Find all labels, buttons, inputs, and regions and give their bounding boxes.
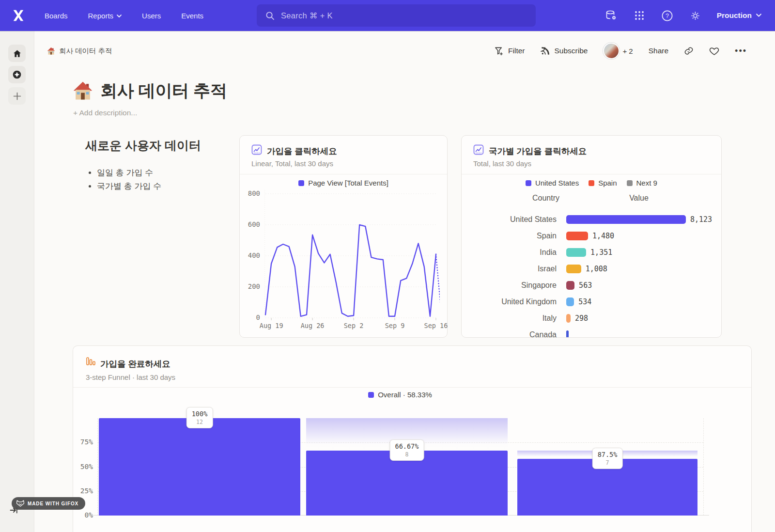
card-title[interactable]: 가입을 완료하세요 <box>100 358 170 370</box>
country-bar[interactable] <box>566 215 686 224</box>
card-title[interactable]: 국가별 가입을 클릭하세요 <box>489 145 587 157</box>
favorite-button[interactable] <box>709 46 719 56</box>
line-chart-icon <box>251 144 262 155</box>
svg-text:?: ? <box>666 12 669 19</box>
legend-swatch <box>627 180 633 186</box>
text-widget[interactable]: 새로운 사용자 데이터 일일 총 가입 수 국가별 총 가입 수 <box>85 138 231 193</box>
filter-label: Filter <box>508 47 525 55</box>
country-bar[interactable] <box>566 297 574 306</box>
conversion-count: 12 <box>192 419 208 425</box>
data-management-icon[interactable] <box>604 9 618 22</box>
settings-icon[interactable] <box>689 9 702 22</box>
legend-label: United States <box>535 179 579 187</box>
column-header-country: Country <box>507 194 585 203</box>
help-icon[interactable]: ? <box>661 9 674 22</box>
country-row[interactable]: Singapore563 <box>473 277 717 294</box>
sidebar-home-button[interactable] <box>8 45 26 62</box>
share-label: Share <box>649 47 668 55</box>
page-title-text: 회사 데이터 추적 <box>100 79 227 102</box>
toolbar-actions: Filter Subscribe + 2 Share <box>495 43 747 59</box>
sidebar-add-button[interactable] <box>8 87 26 105</box>
conversion-pct: 66.67% <box>395 442 419 450</box>
subscribe-label: Subscribe <box>555 47 588 55</box>
legend-item[interactable]: Overall · 58.33% <box>368 391 432 399</box>
nav-boards[interactable]: Boards <box>45 12 68 20</box>
nav-events[interactable]: Events <box>181 12 203 20</box>
question-circle-glyph: ? <box>661 10 673 22</box>
card-title[interactable]: 가입을 클릭하세요 <box>267 145 337 157</box>
text-widget-heading: 새로운 사용자 데이터 <box>85 138 231 154</box>
line-chart-svg <box>264 186 440 327</box>
top-nav: Boards Reports Users Events Search ⌘ + K <box>0 0 775 31</box>
country-name: Canada <box>473 330 557 338</box>
country-row[interactable]: Israel1,008 <box>473 261 717 277</box>
gear-glyph <box>689 10 701 22</box>
legend-item[interactable]: Spain <box>589 179 617 187</box>
legend-item[interactable]: Next 9 <box>627 179 657 187</box>
country-row[interactable]: Italy298 <box>473 310 717 327</box>
nav-events-label: Events <box>181 12 203 20</box>
y-tick-label: 75% <box>74 438 93 446</box>
country-bar[interactable] <box>566 232 588 240</box>
country-name: Israel <box>473 265 557 273</box>
funnel-badge: 100%12 <box>186 407 213 428</box>
country-bar[interactable] <box>566 330 569 338</box>
apps-grid-icon[interactable] <box>633 9 646 22</box>
filter-button[interactable]: Filter <box>495 47 525 56</box>
country-row[interactable]: Spain1,480 <box>473 228 717 244</box>
compass-icon <box>12 70 22 79</box>
breadcrumb-title: 회사 데이터 추적 <box>59 47 112 56</box>
breadcrumb[interactable]: 회사 데이터 추적 <box>47 47 112 56</box>
country-bar[interactable] <box>566 265 581 273</box>
collaborators[interactable]: + 2 <box>603 43 633 59</box>
search-input[interactable]: Search ⌘ + K <box>257 4 536 27</box>
country-row[interactable]: Canada <box>473 327 717 338</box>
country-row[interactable]: United Kingdom534 <box>473 294 717 310</box>
search-icon <box>265 11 275 20</box>
y-tick-label: 400 <box>241 251 260 259</box>
divider <box>462 174 721 174</box>
mixpanel-logo-glyph <box>11 8 26 23</box>
chevron-down-icon <box>756 14 761 17</box>
project-name: Prouction <box>717 11 752 20</box>
add-description-button[interactable]: + Add description... <box>73 109 137 117</box>
country-value: 298 <box>575 314 588 323</box>
nav-reports-label: Reports <box>88 12 114 20</box>
sidebar-explore-button[interactable] <box>8 66 26 83</box>
country-row[interactable]: India1,351 <box>473 244 717 261</box>
funnel-bars-icon <box>86 357 95 366</box>
funnel-bar[interactable] <box>99 418 300 516</box>
country-name: Singapore <box>473 281 557 290</box>
more-menu-button[interactable]: ••• <box>735 46 747 56</box>
conversion-count: 8 <box>395 451 419 458</box>
line-chart-plot[interactable]: Aug 19Aug 26Sep 2Sep 9Sep 16 <box>264 186 440 327</box>
funnel-badge: 66.67%8 <box>390 439 424 461</box>
country-bar[interactable] <box>566 314 571 323</box>
project-selector[interactable]: Prouction <box>717 11 761 20</box>
funnel-legend: Overall · 58.33% <box>97 391 703 399</box>
board-toolbar: 회사 데이터 추적 Filter Subscribe + 2 <box>47 42 747 60</box>
nav-reports[interactable]: Reports <box>88 12 122 20</box>
country-legend: United StatesSpainNext 9 <box>462 179 721 187</box>
country-row[interactable]: United States8,123 <box>473 211 717 228</box>
conversion-pct: 100% <box>192 410 208 418</box>
conversion-count: 7 <box>598 459 618 466</box>
plus-icon <box>13 92 21 100</box>
share-button[interactable]: Share <box>649 47 668 55</box>
gifox-badge[interactable]: MADE WITH GIFOX <box>12 497 85 510</box>
subscribe-button[interactable]: Subscribe <box>541 46 588 56</box>
country-bar[interactable] <box>566 248 586 257</box>
x-tick-label: Aug 26 <box>297 322 328 329</box>
legend-swatch <box>526 180 531 186</box>
app-window: Boards Reports Users Events Search ⌘ + K <box>0 0 775 532</box>
avatar <box>603 43 620 59</box>
line-series[interactable] <box>265 225 436 316</box>
nav-users[interactable]: Users <box>142 12 161 20</box>
legend-item[interactable]: United States <box>526 179 579 187</box>
page-title[interactable]: 회사 데이터 추적 <box>73 79 227 102</box>
mixpanel-logo[interactable] <box>11 8 26 23</box>
country-bar[interactable] <box>566 281 574 290</box>
copy-link-button[interactable] <box>684 46 694 56</box>
country-value: 1,008 <box>586 265 607 273</box>
x-tick-label: Sep 2 <box>338 322 369 329</box>
